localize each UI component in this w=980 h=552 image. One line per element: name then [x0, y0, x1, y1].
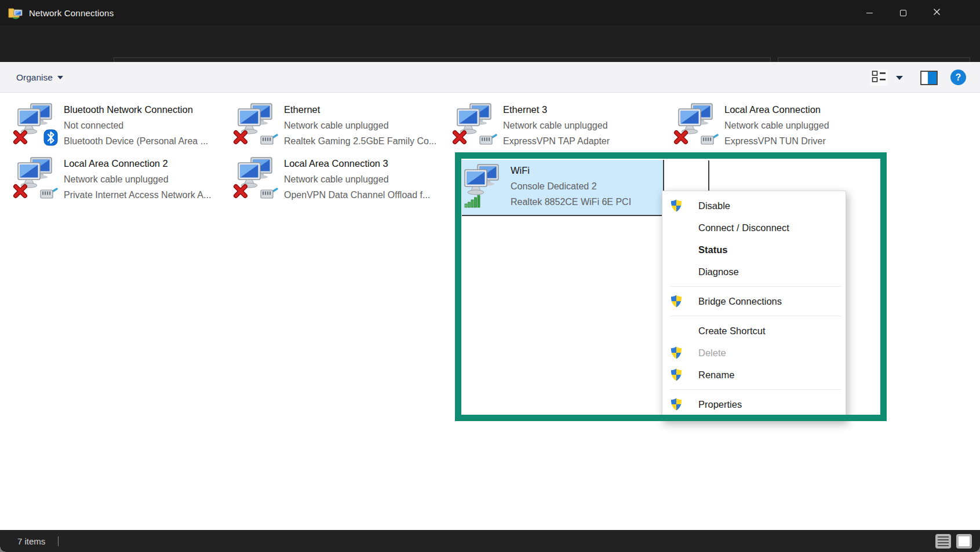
view-options-caret-icon[interactable] [896, 76, 903, 80]
connection-tile-ethernet-3[interactable]: Ethernet 3 Network cable unplugged Expre… [456, 101, 660, 151]
connection-status: Network cable unplugged [503, 118, 610, 133]
disconnected-x-icon [233, 184, 248, 201]
connection-name: Ethernet 3 [503, 102, 610, 118]
uac-shield-icon [670, 397, 698, 411]
menu-separator [670, 389, 841, 390]
menu-item-label: Rename [698, 370, 734, 381]
help-question-icon: ? [956, 72, 961, 83]
tiles-view-icon [872, 70, 887, 85]
organise-label: Organise [16, 72, 53, 83]
menu-item-label: Connect / Disconnect [698, 222, 789, 233]
connection-icon [456, 101, 495, 147]
menu-item-bridge-connections[interactable]: Bridge Connections [662, 290, 846, 312]
connection-device: OpenVPN Data Channel Offload f... [284, 187, 430, 203]
window-controls [853, 0, 953, 25]
menu-item-label: Delete [698, 348, 726, 359]
navigation-bar: Control Panel Network and Internet Netwo… [0, 25, 980, 62]
disconnected-x-icon [233, 130, 248, 147]
connection-icon [236, 101, 276, 147]
connection-device: Bluetooth Device (Personal Area ... [64, 133, 208, 149]
ethernet-badge-icon [39, 187, 58, 202]
context-menu-anchor-line [708, 160, 709, 193]
wifi-badge-icon [464, 194, 480, 210]
status-divider [58, 536, 59, 546]
menu-item-status[interactable]: Status [662, 239, 846, 261]
close-button[interactable] [920, 0, 953, 25]
change-view-button[interactable] [870, 70, 888, 86]
ethernet-badge-icon [260, 133, 278, 148]
uac-shield-icon [670, 368, 698, 382]
connection-status: Not connected [64, 118, 208, 133]
menu-item-delete[interactable]: Delete [662, 342, 846, 364]
uac-shield-icon [670, 346, 698, 360]
menu-item-rename[interactable]: Rename [662, 364, 846, 386]
menu-item-connect-disconnect[interactable]: Connect / Disconnect [662, 217, 846, 239]
network-connections-window: Network Connections Control Panel Networ… [0, 0, 980, 552]
connection-name: Bluetooth Network Connection [64, 102, 208, 118]
connection-name: WiFi [511, 163, 631, 178]
status-bar: 7 items [0, 530, 980, 552]
connection-name: Local Area Connection 2 [64, 156, 211, 171]
connection-icon [463, 162, 502, 208]
menu-item-label: Diagnose [698, 266, 739, 277]
connection-device: ExpressVPN TAP Adapter [503, 133, 610, 149]
ethernet-badge-icon [479, 133, 497, 148]
menu-item-label: Bridge Connections [698, 296, 782, 307]
minimize-icon [866, 13, 873, 13]
menu-item-disable[interactable]: Disable [662, 195, 846, 217]
connection-icon [236, 155, 276, 201]
network-connections-app-icon [8, 6, 23, 19]
caret-down-icon [57, 76, 63, 79]
maximize-icon [900, 10, 906, 16]
menu-separator [670, 286, 841, 287]
uac-shield-icon [670, 294, 698, 308]
details-view-button[interactable] [935, 534, 951, 549]
disconnected-x-icon [452, 130, 467, 147]
connection-tile-local-area-connection[interactable]: Local Area Connection Network cable unpl… [677, 101, 881, 151]
connection-device: Private Internet Access Network A... [64, 187, 211, 203]
menu-item-label: Status [698, 244, 727, 255]
connection-device: ExpressVPN TUN Driver [724, 133, 829, 149]
ethernet-badge-icon [700, 133, 719, 148]
connection-status: Console Dedicated 2 [511, 178, 631, 194]
context-menu: Disable Connect / Disconnect Status Diag… [662, 191, 846, 421]
disconnected-x-icon [13, 130, 28, 147]
connection-name: Local Area Connection [724, 102, 829, 118]
menu-item-label: Disable [698, 200, 730, 211]
items-count: 7 items [17, 536, 45, 546]
connection-name: Local Area Connection 3 [284, 156, 430, 171]
large-icons-view-button[interactable] [956, 534, 972, 549]
bluetooth-badge-icon [43, 129, 58, 148]
organise-menu-button[interactable]: Organise [16, 70, 63, 86]
menu-item-diagnose[interactable]: Diagnose [662, 261, 846, 283]
help-button[interactable]: ? [950, 70, 966, 85]
title-bar: Network Connections [0, 0, 980, 25]
connection-status: Network cable unplugged [284, 171, 430, 187]
close-icon [933, 8, 941, 18]
connection-device: Realtek 8852CE WiFi 6E PCI [511, 194, 631, 210]
disconnected-x-icon [13, 184, 28, 201]
connection-icon [677, 101, 716, 147]
uac-shield-icon [670, 199, 698, 213]
connection-tile-local-area-connection-3[interactable]: Local Area Connection 3 Network cable un… [236, 155, 440, 204]
command-bar: Organise ? [0, 62, 980, 93]
minimize-button[interactable] [853, 0, 886, 25]
preview-pane-icon [920, 77, 938, 87]
connection-status: Network cable unplugged [724, 118, 829, 133]
preview-pane-button[interactable] [920, 71, 938, 87]
menu-item-label: Create Shortcut [698, 326, 766, 337]
menu-item-properties[interactable]: Properties [662, 393, 846, 415]
window-title: Network Connections [29, 8, 114, 18]
connection-status: Network cable unplugged [64, 171, 211, 187]
connection-icon [16, 155, 56, 201]
connection-tile-ethernet[interactable]: Ethernet Network cable unplugged Realtek… [236, 101, 440, 151]
connection-tile-wifi-selected[interactable]: WiFi Console Dedicated 2 Realtek 8852CE … [462, 160, 664, 216]
ethernet-badge-icon [260, 187, 278, 202]
connection-device: Realtek Gaming 2.5GbE Family Co... [284, 133, 436, 149]
maximize-button[interactable] [886, 0, 920, 25]
menu-item-create-shortcut[interactable]: Create Shortcut [662, 320, 846, 342]
menu-separator [670, 316, 841, 316]
connection-tile-bluetooth[interactable]: Bluetooth Network Connection Not connect… [16, 101, 220, 151]
connection-tile-local-area-connection-2[interactable]: Local Area Connection 2 Network cable un… [16, 155, 220, 204]
connection-status: Network cable unplugged [284, 118, 436, 133]
